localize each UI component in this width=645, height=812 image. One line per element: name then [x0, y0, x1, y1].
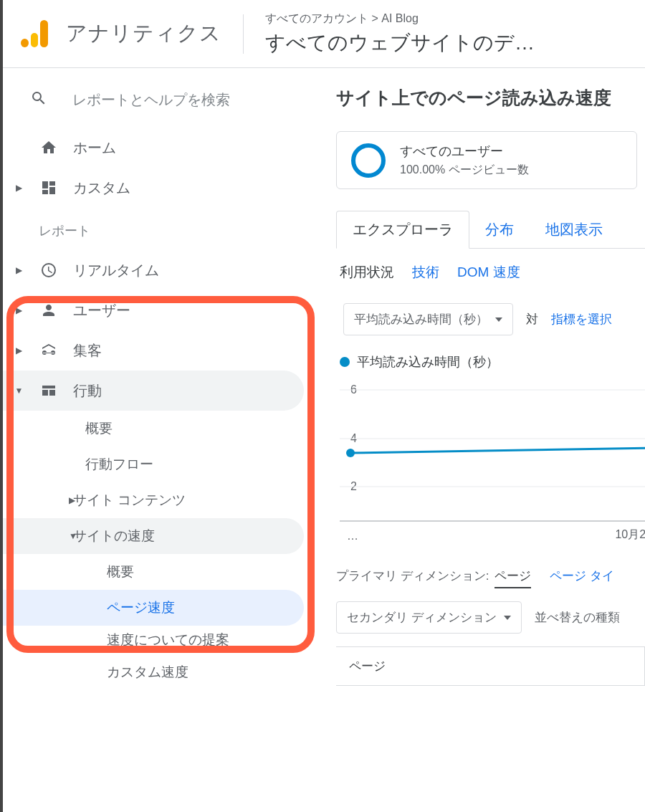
sidebar: レポートとヘルプを検索 ホーム ▶ カスタム レポート ▶ リアルタイム ▶ ユ…	[3, 68, 315, 812]
app-header: アナリティクス すべてのアカウント > AI Blog すべてのウェブサイトのデ…	[3, 0, 645, 68]
vs-label: 対	[526, 311, 538, 328]
tab-distribution[interactable]: 分布	[469, 211, 530, 248]
acquisition-icon	[39, 342, 59, 359]
chevron-right-icon: ▶	[14, 305, 24, 315]
sub-site-speed[interactable]: ▼ サイトの速度	[3, 518, 304, 554]
search-row[interactable]: レポートとヘルプを検索	[3, 79, 315, 128]
clock-icon	[39, 262, 59, 279]
chevron-down-icon: ▼	[14, 386, 24, 396]
metric-selector[interactable]: 平均読み込み時間（秒）	[343, 303, 513, 335]
nav-acquisition[interactable]: ▶ 集客	[3, 330, 304, 371]
breadcrumb-root[interactable]: すべてのアカウント	[265, 12, 368, 24]
dashboard-icon	[39, 179, 59, 196]
nav-home[interactable]: ホーム	[3, 128, 304, 168]
nav-custom-label: カスタム	[73, 178, 130, 198]
breadcrumb-account[interactable]: AI Blog	[381, 12, 419, 24]
dimension-page-title[interactable]: ページ タイ	[550, 568, 614, 584]
legend-label: 平均読み込み時間（秒）	[357, 353, 499, 371]
person-icon	[39, 302, 59, 319]
nav-behavior[interactable]: ▼ 行動	[3, 371, 304, 411]
x-label-end: 10月29	[615, 527, 645, 543]
search-icon[interactable]	[30, 90, 47, 110]
nav-home-label: ホーム	[73, 138, 116, 158]
main-content: サイト上でのページ読み込み速度 すべてのユーザー 100.00% ページビュー数…	[315, 68, 645, 812]
chevron-right-icon: ▶	[14, 265, 24, 275]
secondary-dimension-selector[interactable]: セカンダリ ディメンション	[336, 601, 522, 634]
caret-down-icon	[504, 616, 511, 620]
dimension-page[interactable]: ページ	[494, 568, 531, 588]
svg-point-4	[346, 449, 355, 457]
tab-map[interactable]: 地図表示	[530, 211, 618, 248]
speed-overview[interactable]: 概要	[3, 554, 304, 590]
search-input[interactable]: レポートとヘルプを検索	[72, 90, 230, 110]
app-title: アナリティクス	[66, 19, 221, 48]
legend-dot-icon	[340, 357, 350, 367]
chevron-right-icon: ▶	[14, 345, 24, 355]
analytics-logo	[21, 20, 48, 47]
subtab-dom[interactable]: DOM 速度	[457, 263, 520, 282]
caret-down-icon	[495, 317, 502, 322]
metric-selector-label: 平均読み込み時間（秒）	[354, 311, 488, 328]
segment-value: 100.00% ページビュー数	[400, 163, 529, 178]
divider	[243, 14, 244, 54]
sub-overview[interactable]: 概要	[3, 411, 304, 446]
segment-card[interactable]: すべてのユーザー 100.00% ページビュー数	[336, 131, 637, 189]
nav-realtime-label: リアルタイム	[73, 261, 159, 280]
sub-flow[interactable]: 行動フロー	[3, 446, 304, 482]
breadcrumb[interactable]: すべてのアカウント > AI Blog	[265, 11, 645, 27]
sub-site-content[interactable]: ▶ サイト コンテンツ	[3, 482, 304, 518]
tabs: エクスプローラ 分布 地図表示	[336, 211, 645, 249]
segment-circle-icon	[351, 143, 386, 178]
subtab-usage[interactable]: 利用状況	[340, 263, 394, 282]
compare-metric-link[interactable]: 指標を選択	[551, 311, 612, 328]
dimension-row: プライマリ ディメンション: ページ ページ タイ	[336, 568, 645, 588]
sort-type-label[interactable]: 並べ替えの種類	[535, 609, 620, 626]
speed-custom[interactable]: カスタム速度	[3, 655, 304, 691]
chart-legend: 平均読み込み時間（秒）	[340, 353, 645, 371]
chevron-right-icon: ▶	[14, 183, 24, 193]
speed-page-timings[interactable]: ページ速度	[3, 590, 304, 626]
reports-section-label: レポート	[3, 208, 315, 250]
nav-realtime[interactable]: ▶ リアルタイム	[3, 250, 304, 290]
sub-site-content-label: サイト コンテンツ	[73, 491, 186, 510]
nav-acquisition-label: 集客	[73, 341, 102, 360]
nav-user[interactable]: ▶ ユーザー	[3, 290, 304, 330]
nav-custom[interactable]: ▶ カスタム	[3, 168, 304, 208]
home-icon	[39, 139, 59, 156]
view-title[interactable]: すべてのウェブサイトのデ…	[265, 29, 609, 57]
sub-site-speed-label: サイトの速度	[73, 527, 155, 545]
nav-behavior-label: 行動	[73, 381, 102, 401]
behavior-icon	[39, 382, 59, 399]
chart-svg	[340, 378, 645, 528]
secondary-row: セカンダリ ディメンション 並べ替えの種類	[336, 601, 645, 634]
table-header-page[interactable]: ページ	[336, 646, 645, 686]
tab-explorer[interactable]: エクスプローラ	[336, 211, 469, 249]
page-title: サイト上でのページ読み込み速度	[336, 86, 645, 110]
speed-suggestions[interactable]: 速度についての提案	[3, 626, 304, 655]
metric-row: 平均読み込み時間（秒） 対 指標を選択	[343, 303, 645, 335]
secondary-dimension-label: セカンダリ ディメンション	[347, 609, 497, 626]
line-chart[interactable]: 6 4 2 … 10月29	[340, 378, 645, 543]
nav-user-label: ユーザー	[73, 301, 130, 320]
x-label-start: …	[347, 530, 358, 543]
subtab-tech[interactable]: 技術	[412, 263, 439, 282]
dimension-label: プライマリ ディメンション:	[336, 568, 489, 584]
segment-name: すべてのユーザー	[400, 143, 529, 160]
sub-tabs: 利用状況 技術 DOM 速度	[336, 249, 645, 296]
